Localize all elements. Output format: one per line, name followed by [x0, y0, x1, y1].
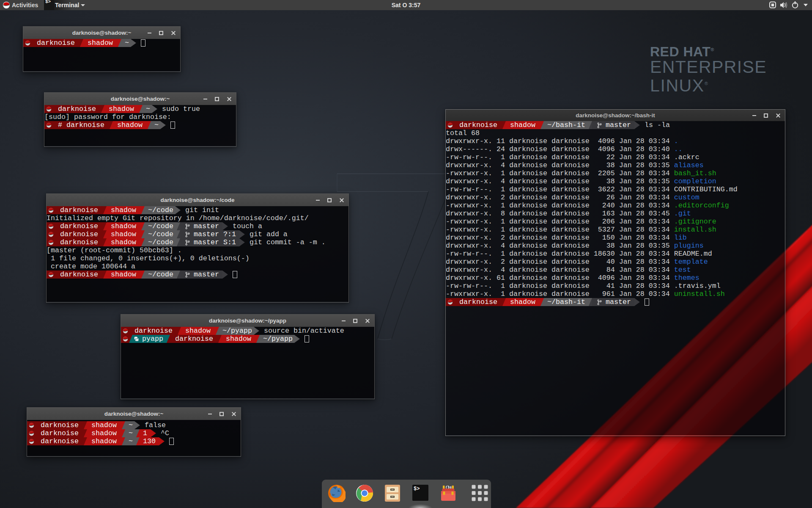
svg-text:$>: $>	[414, 486, 420, 492]
